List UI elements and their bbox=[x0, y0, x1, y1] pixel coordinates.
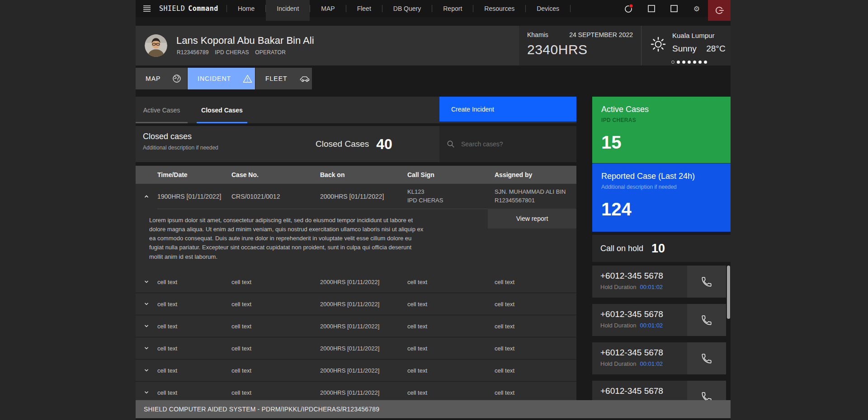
cases-tab-bar: Active Cases Closed Cases Create Inciden… bbox=[136, 97, 576, 123]
answer-call-button[interactable] bbox=[687, 304, 726, 336]
brand-name: SHIELD bbox=[159, 5, 185, 13]
nav-item-report[interactable]: Report bbox=[432, 0, 473, 17]
tab-fleet[interactable]: FLEET bbox=[255, 68, 312, 89]
carousel-dot[interactable] bbox=[682, 61, 685, 64]
carousel-dot[interactable] bbox=[698, 61, 702, 64]
active-cases-count: 15 bbox=[601, 132, 722, 153]
panel-subtitle: Additional description if needed bbox=[143, 145, 218, 151]
phone-icon bbox=[701, 314, 712, 326]
hold-call-item[interactable]: +6012-345 5678 Hold Duration00:01:02 bbox=[592, 342, 726, 374]
phone-icon bbox=[701, 353, 712, 364]
nav-item-devices[interactable]: Devices bbox=[526, 0, 570, 17]
case-description: Lorem ipsum dolor sit amet, consectetur … bbox=[149, 216, 424, 261]
nav-item-incident[interactable]: Incident bbox=[266, 0, 310, 21]
window-button-1[interactable] bbox=[640, 0, 663, 17]
hold-duration: 00:01:02 bbox=[640, 322, 663, 329]
power-button[interactable] bbox=[708, 0, 731, 21]
nav-item-map[interactable]: MAP bbox=[310, 0, 345, 17]
settings-button[interactable]: ⚙ bbox=[685, 0, 708, 17]
tab-closed-cases[interactable]: Closed Cases bbox=[197, 97, 247, 123]
chevron-down-icon[interactable] bbox=[136, 367, 157, 373]
user-meta: R123456789 IPD CHERAS OPERATOR bbox=[177, 49, 290, 56]
cell-time: 1900HRS [01/11/2022] bbox=[157, 193, 231, 200]
closed-cases-header: Closed cases Additional description if n… bbox=[136, 126, 576, 162]
car-icon bbox=[299, 75, 310, 83]
call-on-hold-header: Call on hold 10 bbox=[592, 235, 731, 262]
carousel-dot[interactable] bbox=[688, 61, 691, 64]
chevron-down-icon[interactable] bbox=[136, 345, 157, 351]
create-incident-button[interactable]: Create Incident bbox=[439, 97, 576, 121]
user-department: IPD CHERAS bbox=[215, 49, 249, 56]
system-id-text: SHIELD COMPUTER AIDED SYSTEM - PDRM/IPKK… bbox=[136, 400, 731, 418]
weather-condition: Sunny bbox=[672, 44, 697, 53]
col-case-no: Case No. bbox=[231, 171, 320, 178]
active-cases-card: Active Cases IPD CHERAS 15 bbox=[592, 97, 731, 163]
chevron-down-icon[interactable] bbox=[136, 301, 157, 307]
col-back-on: Back on bbox=[320, 171, 407, 178]
menu-button[interactable] bbox=[136, 0, 158, 17]
module-tabs: MAP INCIDENT FLEET bbox=[136, 68, 312, 89]
tab-incident[interactable]: INCIDENT bbox=[188, 68, 255, 89]
answer-call-button[interactable] bbox=[687, 342, 726, 374]
app-brand: SHIELDCommand bbox=[158, 0, 226, 17]
hold-duration: 00:01:02 bbox=[640, 360, 663, 367]
table-row[interactable]: cell text cell text 2000HRS [01/11/2022]… bbox=[136, 315, 576, 337]
nav-item-resources[interactable]: Resources bbox=[473, 0, 525, 17]
table-row[interactable]: cell text cell text 2000HRS [01/11/2022]… bbox=[136, 271, 576, 293]
answer-call-button[interactable] bbox=[687, 381, 726, 400]
hold-duration: 00:01:02 bbox=[640, 284, 663, 290]
status-bar: SHIELD COMPUTER AIDED SYSTEM - PDRM/IPKK… bbox=[136, 400, 731, 418]
call-on-hold-count: 10 bbox=[651, 242, 665, 256]
hold-call-item[interactable]: +6012-345 5678 Hold Duration00:01:02 bbox=[592, 266, 726, 298]
notification-button[interactable] bbox=[618, 0, 640, 17]
stats-sidebar: Active Cases IPD CHERAS 15 Reported Case… bbox=[592, 97, 731, 400]
warning-icon bbox=[243, 75, 252, 83]
user-header: Lans Koporal Abu Bakar Bin Ali R12345678… bbox=[136, 26, 731, 65]
view-report-button[interactable]: View report bbox=[488, 209, 576, 229]
table-body: cell text cell text 2000HRS [01/11/2022]… bbox=[136, 271, 576, 400]
answer-call-button[interactable] bbox=[687, 266, 726, 298]
cases-panel: Active Cases Closed Cases Create Inciden… bbox=[136, 97, 576, 400]
user-name: Lans Koporal Abu Bakar Bin Ali bbox=[176, 35, 314, 47]
chevron-down-icon[interactable] bbox=[136, 389, 157, 396]
chevron-up-icon[interactable] bbox=[136, 193, 157, 200]
datetime-panel: Khamis 24 SEPTEMBER 2022 2340HRS bbox=[519, 26, 641, 65]
chevron-down-icon[interactable] bbox=[136, 279, 157, 285]
weather-temperature: 28°C bbox=[706, 44, 725, 53]
carousel-dot[interactable] bbox=[704, 61, 707, 64]
nav-item-home[interactable]: Home bbox=[227, 0, 265, 17]
table-row[interactable]: cell text cell text 2000HRS [01/11/2022]… bbox=[136, 337, 576, 359]
tab-active-cases[interactable]: Active Cases bbox=[136, 97, 188, 123]
table-row-expanded[interactable]: 1900HRS [01/11/2022] CRS/01021/0012 2000… bbox=[136, 184, 576, 209]
weather-panel: Kuala Lumpur Sunny 28°C bbox=[641, 26, 731, 65]
reported-cases-count: 124 bbox=[601, 199, 722, 219]
hold-call-item[interactable]: +6012-345 5678 Hold Duration00:01:02 bbox=[592, 381, 726, 400]
carousel-dot[interactable] bbox=[693, 61, 696, 64]
carousel-dot[interactable] bbox=[671, 61, 675, 64]
carousel-dot[interactable] bbox=[677, 61, 680, 64]
app-shell: SHIELDCommand Home Incident MAP Fleet DB… bbox=[136, 0, 731, 420]
table-row[interactable]: cell text cell text 2000HRS [01/11/2022]… bbox=[136, 293, 576, 315]
reported-cases-card: Reported Case (Last 24h) Additional desc… bbox=[592, 163, 731, 232]
phone-icon bbox=[701, 391, 712, 401]
hold-call-item[interactable]: +6012-345 5678 Hold Duration00:01:02 bbox=[592, 304, 726, 336]
window-button-2[interactable] bbox=[663, 0, 685, 17]
tab-map[interactable]: MAP bbox=[136, 68, 187, 89]
search-input[interactable] bbox=[460, 140, 561, 148]
nav-item-db-query[interactable]: DB Query bbox=[382, 0, 432, 17]
globe-icon bbox=[172, 74, 181, 83]
nav-item-fleet[interactable]: Fleet bbox=[346, 0, 382, 17]
phone-icon bbox=[701, 276, 712, 288]
notification-icon bbox=[624, 4, 634, 14]
closed-cases-count: Closed Cases 40 bbox=[316, 126, 392, 162]
col-assigned-by: Assigned by bbox=[495, 171, 576, 178]
top-nav: SHIELDCommand Home Incident MAP Fleet DB… bbox=[136, 0, 731, 21]
cell-back-on: 2000HRS [01/11/2022] bbox=[320, 193, 407, 200]
table-row[interactable]: cell text cell text 2000HRS [01/11/2022]… bbox=[136, 382, 576, 400]
window-icon bbox=[648, 5, 655, 12]
table-row[interactable]: cell text cell text 2000HRS [01/11/2022]… bbox=[136, 359, 576, 381]
table-header: Time/Date Case No. Back on Call Sign Ass… bbox=[136, 166, 576, 184]
scrollbar-thumb[interactable] bbox=[727, 266, 730, 319]
chevron-down-icon[interactable] bbox=[136, 323, 157, 329]
time-label: 2340HRS bbox=[527, 42, 633, 57]
